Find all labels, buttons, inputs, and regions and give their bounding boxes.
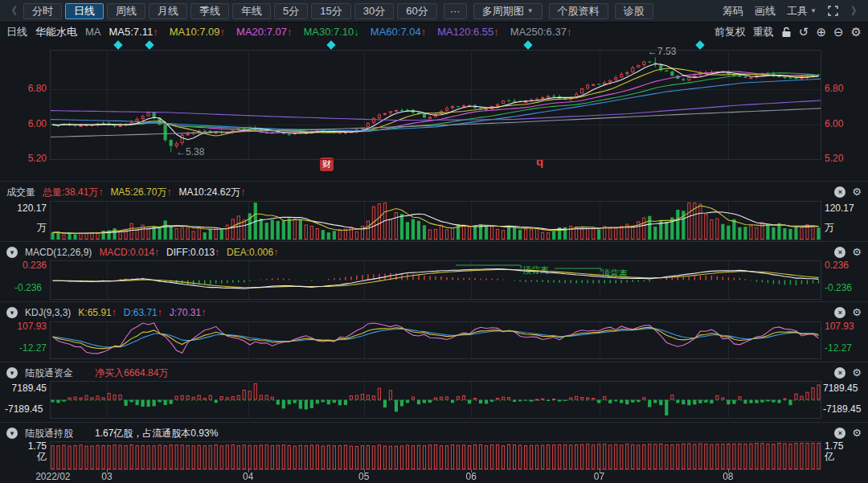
volume-axis-max: 120.17 — [825, 203, 854, 214]
tools-button[interactable]: 工具 ▼ — [787, 4, 817, 18]
gear-icon[interactable]: ⚙ — [851, 26, 862, 38]
tab-15min[interactable]: 15分 — [311, 3, 350, 19]
more-periods-button[interactable]: ··· — [444, 3, 467, 19]
macd-title[interactable]: MACD(12,26,9) — [25, 247, 92, 258]
j-value: J:70.31↑ — [170, 307, 206, 318]
collapse-left-icon[interactable]: 《 — [5, 4, 18, 18]
close-icon[interactable]: × — [834, 428, 845, 439]
chevron-down-icon: ▼ — [527, 4, 534, 18]
period-label: 日线 — [6, 25, 27, 39]
volume-axis-unit: 万 — [825, 222, 834, 233]
gear-icon[interactable]: ⚙ — [852, 307, 862, 318]
price-axis-label: 5.20 — [10, 153, 47, 164]
stock-chart-app: 《 分时日线周线月线季线年线5分15分30分60分 ··· 多周期图 ▼ 个股资… — [0, 0, 868, 483]
diff-value: DIFF:0.013↑ — [166, 247, 219, 258]
ma-value: MA60:7.04↑ — [371, 26, 426, 38]
x-axis-label: 03 — [101, 471, 112, 482]
volume-ma5: MA5:26.70万↑ — [110, 186, 171, 199]
period-tabs: 分时日线周线月线季线年线5分15分30分60分 — [22, 3, 439, 19]
tab-30min[interactable]: 30分 — [354, 3, 394, 19]
event-diamond-icon[interactable] — [327, 40, 336, 49]
price-axis-label: 6.00 — [10, 118, 47, 129]
gear-icon[interactable]: ⚙ — [852, 186, 862, 198]
event-diamond-icon[interactable] — [524, 40, 533, 49]
divider — [0, 422, 868, 423]
ma-value: MA10:7.09↑ — [170, 26, 225, 38]
close-icon[interactable]: × — [834, 247, 845, 258]
kdj-axis-max: 107.93 — [10, 321, 47, 332]
close-icon[interactable]: × — [834, 186, 845, 198]
gear-icon[interactable]: ⚙ — [852, 428, 862, 439]
kdj-title[interactable]: KDJ(9,3,3) — [25, 307, 71, 318]
northbound-flow-chart[interactable] — [50, 381, 821, 419]
divider — [0, 301, 868, 302]
ma-value: MA5:7.11↑ — [109, 26, 158, 38]
undo-icon[interactable]: ↺ — [799, 26, 809, 38]
close-icon[interactable]: × — [834, 307, 845, 318]
zoom-in-icon[interactable]: ⊕ — [816, 26, 826, 38]
candlestick-chart[interactable] — [50, 50, 821, 160]
tab-yearly[interactable]: 年线 — [232, 3, 271, 19]
zoom-out-icon[interactable]: ⊖ — [833, 26, 844, 38]
tab-daily[interactable]: 日线 — [65, 3, 104, 19]
macd-chart[interactable] — [50, 260, 821, 300]
close-icon[interactable]: × — [834, 367, 845, 379]
tab-5min[interactable]: 5分 — [274, 3, 308, 19]
x-axis-label: 06 — [465, 471, 476, 482]
forward-adjust-button[interactable]: 前复权 — [714, 25, 746, 39]
tab-weekly[interactable]: 周线 — [107, 3, 145, 19]
tab-60min[interactable]: 60分 — [397, 3, 436, 19]
kdj-chart[interactable] — [50, 321, 821, 359]
multi-period-button[interactable]: 多周期图 ▼ — [473, 3, 542, 19]
macd-axis-min: -0.236 — [5, 282, 42, 293]
holding-axis-max: 1.75 — [10, 440, 47, 452]
stock-info-button[interactable]: 个股资料 — [549, 3, 608, 19]
kdj-axis-min: -12.27 — [825, 342, 852, 354]
chart-controls: 前复权 重载 ↺ ⊕ ⊖ ⚙ — [714, 25, 862, 39]
macd-axis-max: 0.236 — [825, 260, 849, 271]
dea-value: DEA:0.006↑ — [227, 247, 278, 258]
northbound-holding-chart[interactable] — [50, 441, 821, 470]
macd-value: MACD:0.014↑ — [99, 247, 159, 258]
northbound-flow-header: ▾ 陆股通资金 净买入6664.84万 × ⚙ — [0, 365, 868, 381]
gear-icon[interactable]: ⚙ — [852, 247, 862, 258]
event-diamond-icon[interactable] — [114, 40, 123, 49]
k-value: K:65.91↑ — [78, 307, 116, 318]
collapse-right-icon[interactable]: 》 — [850, 4, 863, 18]
tab-quarterly[interactable]: 季线 — [190, 3, 229, 19]
collapse-panel-icon[interactable]: ▾ — [6, 247, 18, 258]
price-axis-label: 6.00 — [825, 118, 843, 129]
chevron-down-icon: ▼ — [810, 7, 817, 14]
collapse-panel-icon[interactable]: ▾ — [6, 307, 18, 318]
x-axis-tick — [364, 469, 365, 473]
gear-icon[interactable]: ⚙ — [852, 367, 862, 379]
holding-title[interactable]: 陆股通持股 — [25, 427, 73, 440]
reload-button[interactable]: 重载 — [753, 25, 774, 39]
macd-axis-max: 0.236 — [10, 260, 47, 271]
volume-title[interactable]: 成交量 — [6, 186, 35, 199]
volume-chart[interactable] — [50, 201, 821, 240]
d-value: D:63.71↑ — [124, 307, 162, 318]
diagnose-button[interactable]: 诊股 — [615, 3, 653, 19]
fullscreen-icon[interactable] — [828, 6, 838, 16]
x-axis-label: 08 — [723, 471, 733, 482]
event-diamond-icon[interactable] — [145, 40, 154, 49]
ma-value: MA250:6.37↑ — [510, 26, 572, 38]
divider — [0, 362, 868, 362]
x-axis-label: 05 — [358, 471, 369, 482]
collapse-panel-icon[interactable]: ▾ — [6, 428, 18, 439]
collapse-panel-icon[interactable]: ▾ — [6, 367, 18, 379]
event-diamond-icon[interactable] — [696, 40, 705, 49]
flow-axis-min: -7189.45 — [823, 403, 861, 415]
draw-line-button[interactable]: 画线 — [755, 4, 776, 18]
ma-group-label[interactable]: MA — [85, 26, 101, 38]
ma-value: MA30:7.10↓ — [303, 26, 358, 38]
flow-title[interactable]: 陆股通资金 — [25, 366, 73, 380]
tab-minute[interactable]: 分时 — [23, 3, 62, 19]
flow-net-buy-value: 净买入6664.84万 — [95, 366, 168, 380]
x-axis-tick — [248, 469, 249, 473]
lock-icon[interactable] — [781, 27, 792, 38]
volume-total: 总量:38.41万↑ — [43, 186, 103, 199]
chips-button[interactable]: 筹码 — [723, 4, 743, 18]
tab-monthly[interactable]: 月线 — [149, 3, 187, 19]
